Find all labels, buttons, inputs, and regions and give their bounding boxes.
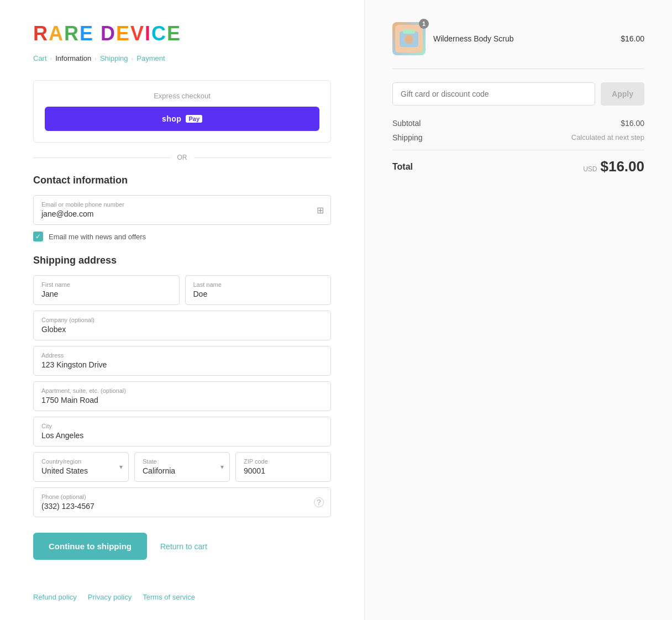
breadcrumb: Cart › Information › Shipping › Payment bbox=[33, 54, 331, 62]
svg-point-3 bbox=[405, 35, 413, 44]
state-field[interactable]: State California ▾ bbox=[134, 452, 230, 482]
right-panel: 1 Wilderness Body Scrub $16.00 Apply Sub… bbox=[365, 0, 672, 620]
shipping-note: Calculated at next step bbox=[571, 133, 644, 142]
product-row: 1 Wilderness Body Scrub $16.00 bbox=[392, 22, 644, 69]
country-dropdown-icon: ▾ bbox=[119, 463, 123, 471]
total-row: Total USD $16.00 bbox=[392, 150, 644, 175]
breadcrumb-shipping[interactable]: Shipping bbox=[100, 54, 128, 62]
state-value: California bbox=[143, 466, 175, 475]
apt-label: Apartment, suite, etc. (optional) bbox=[41, 387, 323, 394]
company-label: Company (optional) bbox=[41, 317, 323, 323]
zip-value: 90001 bbox=[244, 466, 265, 475]
svg-rect-2 bbox=[403, 29, 415, 34]
email-checkbox[interactable]: ✓ bbox=[33, 232, 43, 241]
product-image-wrap: 1 bbox=[392, 22, 426, 55]
breadcrumb-sep-3: › bbox=[132, 55, 134, 62]
return-to-cart-link[interactable]: Return to cart bbox=[160, 542, 207, 551]
shipping-section-title: Shipping address bbox=[33, 255, 331, 266]
logo: RARE DEVICE bbox=[33, 22, 331, 45]
left-panel: RARE DEVICE Cart › Information › Shippin… bbox=[0, 0, 365, 620]
company-field[interactable]: Company (optional) Globex bbox=[33, 311, 331, 340]
continue-to-shipping-button[interactable]: Continue to shipping bbox=[33, 533, 147, 560]
last-name-value: Doe bbox=[193, 290, 208, 298]
breadcrumb-information: Information bbox=[55, 54, 91, 62]
address-value: 123 Kingston Drive bbox=[41, 360, 107, 369]
last-name-label: Last name bbox=[193, 281, 323, 288]
name-row: First name Jane Last name Doe bbox=[33, 275, 331, 305]
shop-pay-button[interactable]: shop Pay bbox=[45, 107, 319, 131]
action-button-row: Continue to shipping Return to cart bbox=[33, 533, 331, 560]
first-name-value: Jane bbox=[41, 290, 58, 298]
shipping-row: Shipping Calculated at next step bbox=[392, 133, 644, 142]
email-field[interactable]: Email or mobile phone number jane@doe.co… bbox=[33, 195, 331, 225]
breadcrumb-sep-1: › bbox=[50, 55, 53, 62]
address-field[interactable]: Address 123 Kingston Drive bbox=[33, 346, 331, 376]
terms-of-service-link[interactable]: Terms of service bbox=[143, 593, 195, 601]
shipping-label: Shipping bbox=[392, 133, 423, 142]
country-field[interactable]: Country/region United States ▾ bbox=[33, 452, 129, 482]
total-amount: $16.00 bbox=[600, 158, 644, 175]
zip-field[interactable]: ZIP code 90001 bbox=[235, 452, 331, 482]
breadcrumb-payment[interactable]: Payment bbox=[136, 54, 165, 62]
phone-help-icon[interactable]: ? bbox=[314, 497, 324, 507]
email-opt-in-label: Email me with news and offers bbox=[49, 233, 146, 241]
first-name-field[interactable]: First name Jane bbox=[33, 275, 180, 305]
total-currency: USD bbox=[583, 165, 597, 173]
contact-icon: ⊞ bbox=[317, 205, 324, 216]
footer-links: Refund policy Privacy policy Terms of se… bbox=[33, 593, 331, 601]
subtotal-value: $16.00 bbox=[621, 119, 644, 128]
gift-card-row: Apply bbox=[392, 82, 644, 106]
country-label: Country/region bbox=[41, 458, 120, 465]
apply-discount-button[interactable]: Apply bbox=[601, 82, 644, 106]
city-field[interactable]: City Los Angeles bbox=[33, 417, 331, 446]
total-right: USD $16.00 bbox=[583, 158, 644, 175]
phone-label: Phone (optional) bbox=[41, 493, 323, 500]
email-value: jane@doe.com bbox=[41, 209, 93, 218]
privacy-policy-link[interactable]: Privacy policy bbox=[88, 593, 132, 601]
phone-field[interactable]: Phone (optional) (332) 123-4567 ? bbox=[33, 487, 331, 517]
country-value: United States bbox=[41, 466, 88, 475]
state-dropdown-icon: ▾ bbox=[221, 463, 224, 471]
apt-field[interactable]: Apartment, suite, etc. (optional) 1750 M… bbox=[33, 381, 331, 411]
email-opt-in-row: ✓ Email me with news and offers bbox=[33, 232, 331, 241]
phone-value: (332) 123-4567 bbox=[41, 502, 95, 511]
address-label: Address bbox=[41, 352, 323, 359]
subtotal-label: Subtotal bbox=[392, 119, 421, 128]
state-label: State bbox=[143, 458, 222, 465]
subtotal-row: Subtotal $16.00 bbox=[392, 119, 644, 128]
shop-pay-badge: Pay bbox=[186, 115, 202, 123]
product-name: Wilderness Body Scrub bbox=[433, 34, 514, 43]
contact-section-title: Contact information bbox=[33, 175, 331, 186]
gift-card-input[interactable] bbox=[392, 82, 595, 106]
or-divider: OR bbox=[33, 154, 331, 161]
apt-value: 1750 Main Road bbox=[41, 396, 98, 404]
product-thumbnail-svg bbox=[395, 25, 423, 52]
express-checkout-section: Express checkout shop Pay bbox=[33, 80, 331, 143]
city-value: Los Angeles bbox=[41, 431, 83, 440]
company-value: Globex bbox=[41, 325, 66, 334]
breadcrumb-sep-2: › bbox=[95, 55, 97, 62]
check-icon: ✓ bbox=[35, 233, 41, 240]
email-label: Email or mobile phone number bbox=[41, 201, 323, 208]
country-state-zip-row: Country/region United States ▾ State Cal… bbox=[33, 452, 331, 482]
shop-pay-logo-text: shop bbox=[162, 114, 181, 123]
product-price: $16.00 bbox=[621, 34, 644, 43]
first-name-label: First name bbox=[41, 281, 171, 288]
express-checkout-label: Express checkout bbox=[45, 92, 319, 100]
product-quantity-badge: 1 bbox=[419, 19, 429, 29]
city-label: City bbox=[41, 423, 323, 429]
total-label: Total bbox=[392, 162, 413, 172]
last-name-field[interactable]: Last name Doe bbox=[185, 275, 332, 305]
zip-label: ZIP code bbox=[244, 458, 323, 465]
product-left: 1 Wilderness Body Scrub bbox=[392, 22, 514, 55]
breadcrumb-cart[interactable]: Cart bbox=[33, 54, 47, 62]
refund-policy-link[interactable]: Refund policy bbox=[33, 593, 77, 601]
